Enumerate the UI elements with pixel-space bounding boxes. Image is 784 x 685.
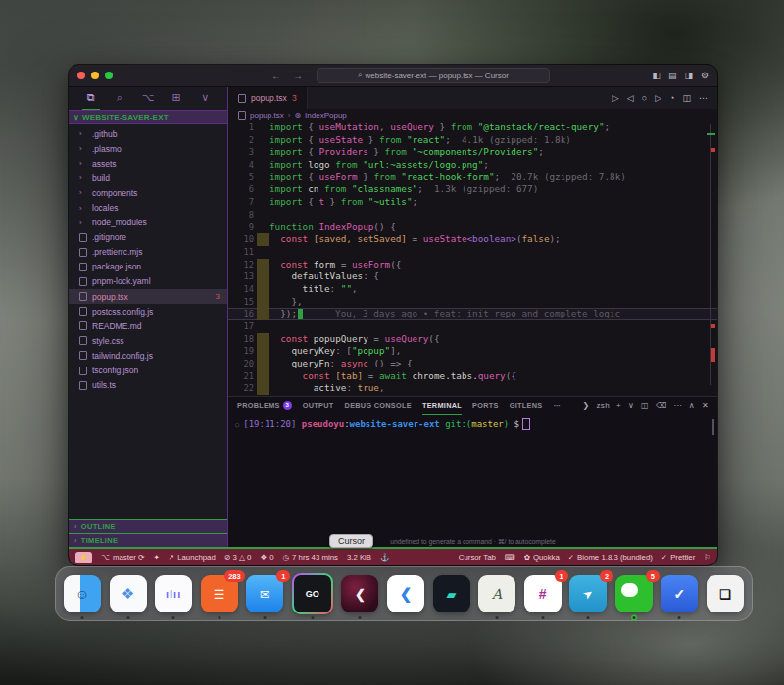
next-change-icon[interactable]: ▷ — [655, 93, 662, 103]
statusbar-gitlens-icon[interactable]: ✦ — [154, 553, 160, 562]
source-control-icon[interactable]: ⌥ — [139, 86, 157, 111]
code-line[interactable]: 9function IndexPopup() { — [228, 221, 717, 234]
timeline-icon[interactable]: ◔ — [669, 93, 674, 103]
chevron-down-icon[interactable]: ∨ — [196, 86, 214, 111]
tree-item-.plasmo[interactable]: ›.plasmo — [69, 141, 227, 156]
tree-item-README.md[interactable]: README.md — [69, 318, 227, 333]
panel-tab-debug-console[interactable]: DEBUG CONSOLE — [345, 397, 412, 415]
split-terminal-icon[interactable]: ◫ — [641, 401, 649, 410]
tree-item-pnpm-lock.yaml[interactable]: pnpm-lock.yaml — [69, 274, 227, 289]
statusbar-git-branch[interactable]: ⌥master ⟳ — [101, 553, 144, 562]
statusbar-notifications-bell-icon[interactable]: ⚐ — [704, 553, 710, 562]
close-panel-icon[interactable]: ✕ — [702, 401, 709, 410]
tree-item-tailwind.config.js[interactable]: tailwind.config.js — [69, 348, 227, 363]
panel-tab-output[interactable]: OUTPUT — [303, 397, 334, 415]
statusbar-time-tracked[interactable]: ◷7 hrs 43 mins — [283, 553, 338, 562]
outline-section[interactable]: › OUTLINE — [69, 519, 227, 533]
dock-app-telegram[interactable]: 2 — [569, 575, 607, 612]
close-window-button[interactable] — [77, 72, 85, 79]
code-line[interactable]: 12 const form = useForm({ — [228, 259, 717, 271]
maximize-window-button[interactable] — [105, 72, 113, 79]
code-line[interactable]: 10 const [saved, setSaved] = useState<bo… — [228, 233, 717, 246]
statusbar-problems-summary[interactable]: ⊘ 3 △ 0 — [224, 553, 252, 562]
shell-icon[interactable]: ❯ — [583, 401, 590, 410]
code-line[interactable]: 17 — [228, 320, 717, 333]
explorer-icon[interactable]: ⧉ — [82, 86, 100, 111]
statusbar-counter[interactable]: ❖0 — [260, 553, 273, 562]
code-line[interactable]: 13 defaultValues: { — [228, 270, 717, 283]
tree-item-tsconfig.json[interactable]: tsconfig.json — [69, 364, 227, 378]
breadcrumb-symbol[interactable]: IndexPopup — [305, 111, 347, 120]
dock-app-slack[interactable]: 1 — [524, 575, 562, 612]
code-line[interactable]: 14 title: "", — [228, 283, 717, 296]
more-icon[interactable]: ⋯ — [674, 401, 682, 410]
panel-tab-gitlens[interactable]: GITLENS — [510, 397, 543, 415]
search-icon[interactable]: ⌕ — [111, 86, 128, 111]
terminal[interactable]: ○[19:11:20] pseudoyu:website-saver-ext g… — [228, 414, 717, 537]
panel-tab-terminal[interactable]: TERMINAL — [422, 397, 462, 415]
dock-app-arc-browser[interactable] — [478, 575, 515, 612]
dock-app-inoreader[interactable]: 283 — [201, 575, 238, 612]
dock-app-cursor[interactable] — [341, 575, 378, 612]
tree-item-assets[interactable]: ›assets — [69, 156, 227, 171]
run-icon[interactable]: ▷ — [612, 93, 619, 103]
editor-scrollbar[interactable] — [710, 124, 711, 385]
titlebar[interactable]: ← → ⌕ website-saver-ext — popup.tsx — Cu… — [69, 65, 717, 87]
more-actions-icon[interactable]: ⋯ — [699, 93, 708, 103]
code-line[interactable]: 4import logo from "url:~assets/logo.png"… — [228, 159, 717, 171]
minimize-window-button[interactable] — [91, 72, 99, 79]
titlebar-search[interactable]: ⌕ website-saver-ext — popup.tsx — Cursor — [317, 68, 550, 83]
dock-app-teal-tool[interactable] — [433, 575, 470, 612]
statusbar-quokka[interactable]: ✿Quokka — [524, 553, 560, 562]
code-editor[interactable]: 1import { useMutation, useQuery } from "… — [228, 122, 717, 396]
code-line[interactable]: 15 }, — [228, 296, 717, 309]
code-line[interactable]: 2import { useState } from "react"; 4.1k … — [228, 134, 717, 147]
tree-item-popup.tsx[interactable]: popup.tsx3 — [69, 289, 227, 304]
statusbar-remote-indicator[interactable]: ⚡ — [75, 552, 92, 563]
code-line[interactable]: 19 queryKey: ["popup"], — [228, 345, 717, 358]
code-line[interactable]: 3import { Providers } from "~components/… — [228, 146, 717, 159]
split-editor-icon[interactable]: ◫ — [682, 93, 691, 103]
code-line[interactable]: 16 }); You, 3 days ago • feat: init repo… — [228, 308, 717, 320]
tree-item-utils.ts[interactable]: utils.ts — [69, 378, 227, 393]
statusbar-cursor-tab[interactable]: Cursor Tab — [459, 553, 496, 562]
tab-popup-tsx[interactable]: popup.tsx 3 — [228, 87, 308, 109]
tree-item-locales[interactable]: ›locales — [69, 200, 227, 215]
timeline-section[interactable]: › TIMELINE — [69, 533, 227, 547]
dock-app-vscode[interactable] — [387, 575, 424, 612]
tree-item-.prettierrc.mjs[interactable]: .prettierrc.mjs — [69, 245, 227, 260]
tree-item-postcss.config.js[interactable]: postcss.config.js — [69, 304, 227, 318]
extensions-icon[interactable]: ⊞ — [168, 86, 185, 111]
dock-app-things[interactable] — [661, 575, 698, 612]
tree-item-components[interactable]: ›components — [69, 185, 227, 200]
prev-change-icon[interactable]: ◁ — [627, 93, 634, 103]
explorer-root[interactable]: ∨ WEBSITE-SAVER-EXT — [69, 110, 227, 124]
code-line[interactable]: 8 — [228, 209, 717, 221]
panel-tab-problems[interactable]: PROBLEMS3 — [237, 397, 292, 415]
layout-sidebar-icon[interactable]: ◧ — [652, 71, 661, 80]
statusbar-pieces-icon[interactable]: ⚓ — [380, 553, 389, 562]
code-line[interactable]: 7import { t } from "~utils"; — [228, 196, 717, 209]
panel-tab-⋯[interactable]: ⋯ — [553, 397, 561, 415]
tree-item-.github[interactable]: ›.github — [69, 126, 227, 141]
back-arrow-icon[interactable]: ← — [271, 71, 281, 81]
dock-app-mail[interactable]: 1 — [246, 575, 283, 612]
code-line[interactable]: 18 const popupQuery = useQuery({ — [228, 333, 717, 346]
kill-terminal-icon[interactable]: ⌫ — [656, 401, 667, 410]
dock-app-finder[interactable] — [64, 575, 101, 612]
terminal-scrollbar[interactable] — [712, 419, 714, 435]
code-line[interactable]: 22 active: true, — [228, 382, 717, 395]
statusbar-cursor-tab-toggle[interactable]: ⌨ — [505, 553, 515, 562]
dock-app-goland[interactable] — [292, 573, 333, 614]
maximize-panel-icon[interactable]: ∧ — [689, 401, 695, 410]
statusbar-launchpad[interactable]: ↗Launchpad — [169, 553, 216, 562]
code-line[interactable]: 11 — [228, 246, 717, 259]
layout-secondary-icon[interactable]: ◨ — [684, 71, 693, 80]
dock-app-screenshot-tool[interactable] — [707, 575, 744, 612]
breadcrumb[interactable]: popup.tsx › ⊛ IndexPopup — [228, 109, 717, 122]
code-line[interactable]: 21 const [tab] = await chrome.tabs.query… — [228, 370, 717, 383]
code-line[interactable]: 6import cn from "classnames"; 1.3k (gzip… — [228, 183, 717, 196]
statusbar-file-size[interactable]: 3.2 KiB — [347, 553, 371, 562]
code-line[interactable]: 1import { useMutation, useQuery } from "… — [228, 122, 717, 134]
panel-tab-ports[interactable]: PORTS — [472, 397, 499, 415]
